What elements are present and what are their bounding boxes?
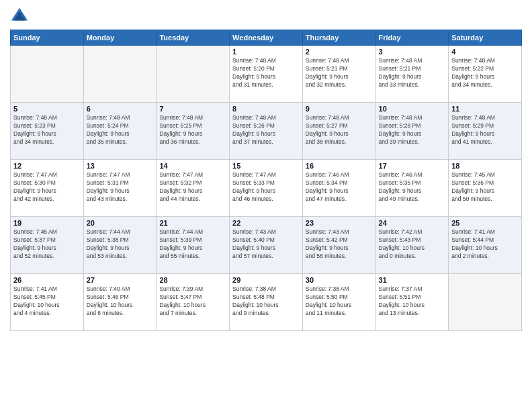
calendar-header-row: SundayMondayTuesdayWednesdayThursdayFrid… [11, 30, 522, 46]
calendar-cell: 11Sunrise: 7:48 AMSunset: 5:29 PMDayligh… [449, 103, 522, 160]
calendar-cell: 25Sunrise: 7:41 AMSunset: 5:44 PMDayligh… [449, 217, 522, 274]
day-number: 23 [306, 219, 373, 227]
day-number: 11 [451, 105, 519, 113]
calendar-cell: 6Sunrise: 7:48 AMSunset: 5:24 PMDaylight… [83, 103, 157, 160]
day-info: Sunrise: 7:48 AMSunset: 5:21 PMDaylight:… [379, 57, 446, 89]
calendar-week-row: 5Sunrise: 7:48 AMSunset: 5:23 PMDaylight… [11, 103, 522, 160]
day-number: 2 [306, 48, 373, 56]
day-number: 17 [379, 162, 446, 170]
calendar-cell: 17Sunrise: 7:46 AMSunset: 5:35 PMDayligh… [375, 160, 449, 217]
day-number: 15 [232, 162, 300, 170]
calendar-cell: 14Sunrise: 7:47 AMSunset: 5:32 PMDayligh… [157, 160, 230, 217]
day-number: 25 [451, 219, 519, 227]
calendar-cell: 9Sunrise: 7:48 AMSunset: 5:27 PMDaylight… [302, 103, 375, 160]
column-header-saturday: Saturday [449, 30, 522, 46]
day-info: Sunrise: 7:44 AMSunset: 5:38 PMDaylight:… [87, 228, 154, 261]
column-header-thursday: Thursday [302, 30, 375, 46]
day-number: 8 [232, 105, 300, 113]
day-info: Sunrise: 7:47 AMSunset: 5:32 PMDaylight:… [159, 171, 226, 203]
day-number: 21 [159, 219, 226, 227]
calendar-cell: 10Sunrise: 7:48 AMSunset: 5:28 PMDayligh… [375, 103, 449, 160]
calendar-cell: 30Sunrise: 7:38 AMSunset: 5:50 PMDayligh… [302, 274, 375, 331]
day-number: 3 [379, 48, 446, 56]
page: SundayMondayTuesdayWednesdayThursdayFrid… [0, 0, 532, 411]
calendar-cell: 23Sunrise: 7:43 AMSunset: 5:42 PMDayligh… [302, 217, 375, 274]
calendar-cell: 24Sunrise: 7:42 AMSunset: 5:43 PMDayligh… [375, 217, 449, 274]
day-info: Sunrise: 7:42 AMSunset: 5:43 PMDaylight:… [379, 228, 446, 261]
day-number: 29 [232, 276, 300, 284]
day-number: 27 [87, 276, 154, 284]
column-header-tuesday: Tuesday [157, 30, 230, 46]
day-info: Sunrise: 7:45 AMSunset: 5:36 PMDaylight:… [451, 171, 519, 203]
calendar-week-row: 1Sunrise: 7:48 AMSunset: 5:20 PMDaylight… [11, 46, 522, 103]
day-info: Sunrise: 7:48 AMSunset: 5:21 PMDaylight:… [306, 57, 373, 89]
day-info: Sunrise: 7:48 AMSunset: 5:24 PMDaylight:… [87, 114, 154, 146]
day-info: Sunrise: 7:46 AMSunset: 5:35 PMDaylight:… [379, 171, 446, 203]
day-number: 9 [306, 105, 373, 113]
calendar-cell [449, 274, 522, 331]
calendar-cell: 15Sunrise: 7:47 AMSunset: 5:33 PMDayligh… [230, 160, 303, 217]
day-number: 20 [87, 219, 154, 227]
day-info: Sunrise: 7:48 AMSunset: 5:28 PMDaylight:… [379, 114, 446, 146]
day-info: Sunrise: 7:48 AMSunset: 5:20 PMDaylight:… [232, 57, 300, 89]
calendar: SundayMondayTuesdayWednesdayThursdayFrid… [10, 30, 522, 331]
calendar-cell: 7Sunrise: 7:48 AMSunset: 5:25 PMDaylight… [157, 103, 230, 160]
day-number: 6 [87, 105, 154, 113]
day-info: Sunrise: 7:41 AMSunset: 5:45 PMDaylight:… [13, 285, 81, 318]
day-number: 24 [379, 219, 446, 227]
day-number: 1 [232, 48, 300, 56]
column-header-wednesday: Wednesday [230, 30, 303, 46]
day-number: 28 [159, 276, 226, 284]
calendar-cell: 18Sunrise: 7:45 AMSunset: 5:36 PMDayligh… [449, 160, 522, 217]
calendar-cell: 26Sunrise: 7:41 AMSunset: 5:45 PMDayligh… [11, 274, 84, 331]
day-info: Sunrise: 7:43 AMSunset: 5:42 PMDaylight:… [306, 228, 373, 261]
day-number: 26 [13, 276, 81, 284]
day-info: Sunrise: 7:48 AMSunset: 5:22 PMDaylight:… [451, 57, 519, 89]
day-number: 18 [451, 162, 519, 170]
day-info: Sunrise: 7:41 AMSunset: 5:44 PMDaylight:… [451, 228, 519, 261]
calendar-cell: 1Sunrise: 7:48 AMSunset: 5:20 PMDaylight… [230, 46, 303, 103]
calendar-cell [11, 46, 84, 103]
calendar-cell: 28Sunrise: 7:39 AMSunset: 5:47 PMDayligh… [157, 274, 230, 331]
day-info: Sunrise: 7:45 AMSunset: 5:37 PMDaylight:… [13, 228, 81, 261]
calendar-cell: 4Sunrise: 7:48 AMSunset: 5:22 PMDaylight… [449, 46, 522, 103]
calendar-cell [83, 46, 157, 103]
day-info: Sunrise: 7:48 AMSunset: 5:26 PMDaylight:… [232, 114, 300, 146]
day-info: Sunrise: 7:48 AMSunset: 5:29 PMDaylight:… [451, 114, 519, 146]
day-number: 10 [379, 105, 446, 113]
calendar-week-row: 19Sunrise: 7:45 AMSunset: 5:37 PMDayligh… [11, 217, 522, 274]
calendar-cell: 13Sunrise: 7:47 AMSunset: 5:31 PMDayligh… [83, 160, 157, 217]
calendar-week-row: 26Sunrise: 7:41 AMSunset: 5:45 PMDayligh… [11, 274, 522, 331]
day-info: Sunrise: 7:47 AMSunset: 5:31 PMDaylight:… [87, 171, 154, 203]
calendar-cell: 21Sunrise: 7:44 AMSunset: 5:39 PMDayligh… [157, 217, 230, 274]
calendar-cell: 22Sunrise: 7:43 AMSunset: 5:40 PMDayligh… [230, 217, 303, 274]
day-number: 14 [159, 162, 226, 170]
day-number: 13 [87, 162, 154, 170]
day-info: Sunrise: 7:48 AMSunset: 5:23 PMDaylight:… [13, 114, 81, 146]
calendar-cell: 8Sunrise: 7:48 AMSunset: 5:26 PMDaylight… [230, 103, 303, 160]
day-info: Sunrise: 7:47 AMSunset: 5:33 PMDaylight:… [232, 171, 300, 203]
day-info: Sunrise: 7:46 AMSunset: 5:34 PMDaylight:… [306, 171, 373, 203]
day-info: Sunrise: 7:44 AMSunset: 5:39 PMDaylight:… [159, 228, 226, 261]
logo-icon [10, 7, 29, 26]
day-info: Sunrise: 7:38 AMSunset: 5:50 PMDaylight:… [306, 285, 373, 318]
logo [10, 7, 32, 26]
calendar-cell [157, 46, 230, 103]
day-info: Sunrise: 7:48 AMSunset: 5:25 PMDaylight:… [159, 114, 226, 146]
day-number: 19 [13, 219, 81, 227]
calendar-cell: 20Sunrise: 7:44 AMSunset: 5:38 PMDayligh… [83, 217, 157, 274]
day-number: 30 [306, 276, 373, 284]
day-number: 31 [379, 276, 446, 284]
day-info: Sunrise: 7:48 AMSunset: 5:27 PMDaylight:… [306, 114, 373, 146]
day-info: Sunrise: 7:38 AMSunset: 5:48 PMDaylight:… [232, 285, 300, 318]
calendar-cell: 5Sunrise: 7:48 AMSunset: 5:23 PMDaylight… [11, 103, 84, 160]
calendar-cell: 2Sunrise: 7:48 AMSunset: 5:21 PMDaylight… [302, 46, 375, 103]
column-header-sunday: Sunday [11, 30, 84, 46]
calendar-cell: 31Sunrise: 7:37 AMSunset: 5:51 PMDayligh… [375, 274, 449, 331]
calendar-cell: 19Sunrise: 7:45 AMSunset: 5:37 PMDayligh… [11, 217, 84, 274]
calendar-week-row: 12Sunrise: 7:47 AMSunset: 5:30 PMDayligh… [11, 160, 522, 217]
calendar-cell: 27Sunrise: 7:40 AMSunset: 5:46 PMDayligh… [83, 274, 157, 331]
calendar-cell: 16Sunrise: 7:46 AMSunset: 5:34 PMDayligh… [302, 160, 375, 217]
calendar-cell: 3Sunrise: 7:48 AMSunset: 5:21 PMDaylight… [375, 46, 449, 103]
calendar-cell: 12Sunrise: 7:47 AMSunset: 5:30 PMDayligh… [11, 160, 84, 217]
